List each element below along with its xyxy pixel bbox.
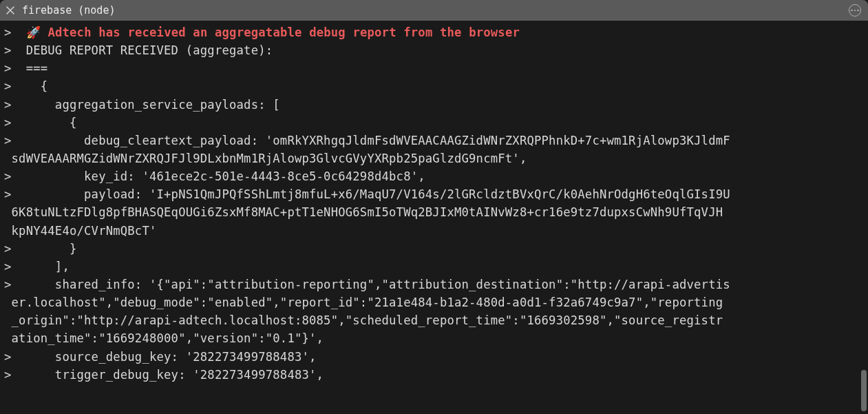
line-text: DEBUG REPORT RECEIVED (aggregate): xyxy=(26,43,273,57)
terminal-line-wrap: ation_time":"1669248000","version":"0.1"… xyxy=(4,329,864,347)
rocket-icon: 🚀 xyxy=(26,25,41,39)
line-text: payload: 'I+pNS1QmJPQfSShLmtj8mfuL+x6/Ma… xyxy=(26,187,730,201)
terminal-line: > { xyxy=(4,114,864,132)
prompt: > xyxy=(4,260,26,273)
terminal-line: > } xyxy=(4,240,864,258)
prompt: > xyxy=(4,43,26,57)
terminal-line: > key_id: '461ece2c-501e-4443-8ce5-0c642… xyxy=(4,167,864,185)
line-text: { xyxy=(26,116,77,130)
terminal-line: > DEBUG REPORT RECEIVED (aggregate): xyxy=(4,41,864,59)
terminal-line: > source_debug_key: '282273499788483', xyxy=(4,348,864,366)
prompt: > xyxy=(4,169,26,183)
prompt: > xyxy=(4,79,26,93)
terminal-line: > trigger_debug_key: '282273499788483', xyxy=(4,366,864,384)
prompt: > xyxy=(4,242,26,256)
prompt: > xyxy=(4,116,26,130)
prompt: > xyxy=(4,368,26,382)
prompt: > xyxy=(4,278,26,291)
terminal-line-wrap: 6K8tuNLtzFDlg8pfBHASQEqOUGi6ZsxMf8MAC+pt… xyxy=(4,203,864,221)
terminal-line: > { xyxy=(4,77,864,95)
line-text: sdWVEAAARMGZidWNrZXRQJFJl9DLxbnMm1RjAlow… xyxy=(4,152,527,165)
line-text: 6K8tuNLtzFDlg8pfBHASQEqOUGi6ZsxMf8MAC+pt… xyxy=(4,205,723,219)
line-text: ], xyxy=(26,260,70,273)
terminal-line-wrap: sdWVEAAARMGZidWNrZXRQJFJl9DLxbnMm1RjAlow… xyxy=(4,149,864,167)
terminal-line-wrap: _origin":"http://arapi-adtech.localhost:… xyxy=(4,311,864,329)
terminal-line: > === xyxy=(4,59,864,77)
terminal-line: > debug_cleartext_payload: 'omRkYXRhgqJl… xyxy=(4,132,864,149)
terminal-line: > aggregation_service_payloads: [ xyxy=(4,96,864,114)
terminal-line: > ], xyxy=(4,258,864,276)
line-text: _origin":"http://arapi-adtech.localhost:… xyxy=(4,313,723,327)
line-text: } xyxy=(26,242,77,256)
terminal-line-wrap: kpNY44E4o/CVrNmQBcT' xyxy=(4,222,864,240)
tab-title: firebase (node) xyxy=(22,4,115,17)
line-text: shared_info: '{"api":"attribution-report… xyxy=(26,278,730,291)
line-text: { xyxy=(26,79,48,93)
terminal-line: > shared_info: '{"api":"attribution-repo… xyxy=(4,276,864,293)
line-text: trigger_debug_key: '282273499788483', xyxy=(26,368,324,382)
terminal-tab-bar: firebase (node) xyxy=(0,0,868,21)
terminal-output: > 🚀 Adtech has received an aggregatable … xyxy=(0,21,868,414)
line-text: ation_time":"1669248000","version":"0.1"… xyxy=(4,331,324,345)
line-text: kpNY44E4o/CVrNmQBcT' xyxy=(4,224,157,238)
line-text: aggregation_service_payloads: [ xyxy=(26,98,280,112)
scrollbar-thumb[interactable] xyxy=(861,370,867,411)
prompt: > xyxy=(4,25,26,39)
terminal-line-wrap: er.localhost","debug_mode":"enabled","re… xyxy=(4,293,864,311)
terminal-line: > 🚀 Adtech has received an aggregatable … xyxy=(4,23,864,41)
line-text: === xyxy=(26,61,48,75)
prompt: > xyxy=(4,350,26,364)
line-text: debug_cleartext_payload: 'omRkYXRhgqJldm… xyxy=(26,134,730,147)
terminal-line: > payload: 'I+pNS1QmJPQfSShLmtj8mfuL+x6/… xyxy=(4,185,864,203)
headline-text: Adtech has received an aggregatable debu… xyxy=(41,25,520,39)
prompt: > xyxy=(4,187,26,201)
prompt: > xyxy=(4,98,26,112)
prompt: > xyxy=(4,61,26,75)
close-icon[interactable] xyxy=(6,6,15,15)
more-icon[interactable] xyxy=(849,4,861,17)
line-text: er.localhost","debug_mode":"enabled","re… xyxy=(4,296,723,309)
prompt: > xyxy=(4,134,26,147)
line-text: source_debug_key: '282273499788483', xyxy=(26,350,317,364)
line-text: key_id: '461ece2c-501e-4443-8ce5-0c64298… xyxy=(26,169,425,183)
